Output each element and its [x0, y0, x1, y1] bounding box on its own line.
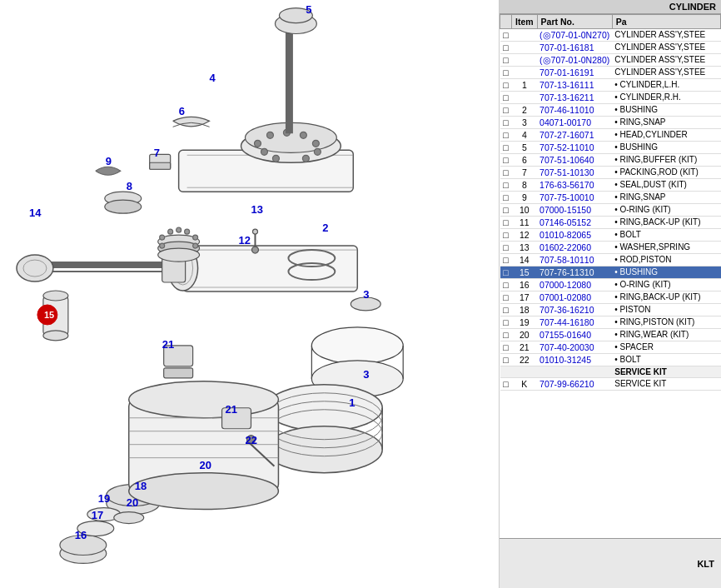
svg-point-58 [129, 381, 279, 418]
row-desc: • RING,WEAR (KIT) [612, 329, 720, 341]
row-partno: 04071-00170 [537, 117, 612, 129]
table-row[interactable]: □8176-63-56170• SEAL,DUST (KIT) [500, 179, 721, 192]
table-row[interactable]: □18707-36-16210• PISTON [500, 304, 721, 316]
table-row[interactable]: □6707-51-10640• RING,BUFFER (KIT) [500, 154, 721, 167]
row-item [512, 366, 538, 378]
row-desc: • PACKING,ROD (KIT) [612, 167, 720, 179]
label-14: 14 [29, 207, 42, 219]
row-checkbox: □ [500, 167, 512, 179]
label-16: 16 [75, 530, 87, 542]
row-desc: CYLINDER ASS'Y,STEE [612, 29, 720, 42]
table-row[interactable]: □4707-27-16071• HEAD,CYLINDER [500, 129, 721, 142]
row-item: 9 [512, 192, 538, 204]
parts-tbody: □(◎707-01-0N270)CYLINDER ASS'Y,STEE□707-… [500, 29, 721, 391]
row-checkbox: □ [500, 229, 512, 242]
parts-table-container[interactable]: Item Part No. Pa □(◎707-01-0N270)CYLINDE… [500, 14, 721, 538]
table-row[interactable]: □5707-52-11010• BUSHING [500, 142, 721, 154]
table-row[interactable]: □1007000-15150• O-RING (KIT) [500, 204, 721, 217]
svg-point-38 [261, 148, 267, 155]
svg-rect-81 [150, 162, 171, 169]
table-row[interactable]: □7707-51-10130• PACKING,ROD (KIT) [500, 167, 721, 179]
row-desc: CYLINDER ASS'Y,STEE [612, 67, 720, 79]
table-row[interactable]: □2201010-31245• BOLT [500, 354, 721, 366]
table-row[interactable]: □707-01-16181CYLINDER ASS'Y,STEE [500, 42, 721, 54]
row-item: 17 [512, 292, 538, 304]
table-row[interactable]: □707-01-16191CYLINDER ASS'Y,STEE [500, 67, 721, 79]
table-row[interactable]: □21707-40-20030• SPACER [500, 341, 721, 354]
row-checkbox: □ [500, 129, 512, 142]
svg-point-59 [129, 473, 279, 510]
row-partno: 707-99-66210 [537, 378, 612, 391]
svg-point-17 [158, 248, 200, 262]
row-checkbox: □ [500, 179, 512, 192]
table-row[interactable]: □(◎707-01-0N280)CYLINDER ASS'Y,STEE [500, 54, 721, 67]
row-checkbox: □ [500, 217, 512, 229]
svg-point-21 [185, 229, 190, 234]
row-item: 13 [512, 242, 538, 254]
svg-point-78 [105, 200, 142, 213]
row-item: 10 [512, 204, 538, 217]
row-partno: 707-58-10110 [537, 254, 612, 267]
svg-point-23 [193, 243, 198, 248]
svg-point-1 [311, 327, 403, 364]
table-row[interactable]: □1107146-05152• RING,BACK-UP (KIT) [500, 217, 721, 229]
table-row[interactable]: □2707-46-11010• BUSHING [500, 104, 721, 117]
table-row[interactable]: □14707-58-10110• ROD,PISTON [500, 254, 721, 267]
svg-point-76 [252, 229, 257, 234]
row-checkbox: □ [500, 378, 512, 391]
row-checkbox: □ [500, 292, 512, 304]
row-desc: • WASHER,SPRING [612, 242, 720, 254]
svg-point-70 [43, 291, 68, 301]
row-partno: 01010-82065 [537, 229, 612, 242]
table-row[interactable]: □1301602-22060• WASHER,SPRING [500, 242, 721, 254]
row-partno: 176-63-56170 [537, 179, 612, 192]
table-row[interactable]: □9707-75-10010• RING,SNAP [500, 192, 721, 204]
row-desc: • RING,BUFFER (KIT) [612, 154, 720, 167]
label-20b: 20 [127, 496, 138, 509]
svg-point-30 [254, 140, 261, 147]
row-desc: SERVICE KIT [612, 366, 720, 378]
row-item [512, 42, 538, 54]
row-item: K [512, 378, 538, 391]
label-21b: 21 [226, 403, 237, 416]
row-item: 15 [512, 267, 538, 279]
table-row[interactable]: SERVICE KIT [500, 366, 721, 378]
table-row[interactable]: □1707001-02080• RING,BACK-UP (KIT) [500, 292, 721, 304]
parts-table: Item Part No. Pa □(◎707-01-0N270)CYLINDE… [500, 14, 721, 391]
table-row[interactable]: □707-13-16211• CYLINDER,R.H. [500, 92, 721, 104]
row-checkbox: □ [500, 279, 512, 292]
table-row[interactable]: □1607000-12080• O-RING (KIT) [500, 279, 721, 292]
table-row[interactable]: □19707-44-16180• RING,PISTON (KIT) [500, 316, 721, 329]
bottom-panel: KLT [500, 538, 721, 588]
label-12: 12 [239, 234, 251, 247]
svg-point-31 [266, 132, 273, 138]
table-row[interactable]: □1707-13-16111• CYLINDER,L.H. [500, 79, 721, 92]
row-desc: • RING,SNAP [612, 117, 720, 129]
svg-rect-5 [183, 246, 358, 292]
table-row[interactable]: □1201010-82065• BOLT [500, 229, 721, 242]
col-item: Item [512, 15, 538, 29]
row-checkbox [500, 366, 512, 378]
row-item: 2 [512, 104, 538, 117]
label-9: 9 [106, 155, 112, 167]
row-checkbox: □ [500, 117, 512, 129]
table-row[interactable]: □304071-00170• RING,SNAP [500, 117, 721, 129]
row-checkbox: □ [500, 29, 512, 42]
table-row[interactable]: □(◎707-01-0N270)CYLINDER ASS'Y,STEE [500, 29, 721, 42]
label-4: 4 [210, 72, 216, 84]
row-partno: 07146-05152 [537, 217, 612, 229]
col-partname: Pa [612, 15, 720, 29]
label-20: 20 [200, 459, 211, 471]
table-row[interactable]: □K707-99-66210SERVICE KIT [500, 378, 721, 391]
row-item: 22 [512, 354, 538, 366]
table-row[interactable]: □2007155-01640• RING,WEAR (KIT) [500, 329, 721, 341]
label-18: 18 [135, 480, 147, 492]
table-header-row: Item Part No. Pa [500, 15, 721, 29]
col-checkbox [500, 15, 512, 29]
row-desc: • RING,PISTON (KIT) [612, 316, 720, 329]
row-desc: CYLINDER ASS'Y,STEE [612, 42, 720, 54]
table-row[interactable]: □15707-76-11310• BUSHING [500, 267, 721, 279]
row-partno: 707-52-11010 [537, 142, 612, 154]
row-checkbox: □ [500, 316, 512, 329]
row-item: 19 [512, 316, 538, 329]
